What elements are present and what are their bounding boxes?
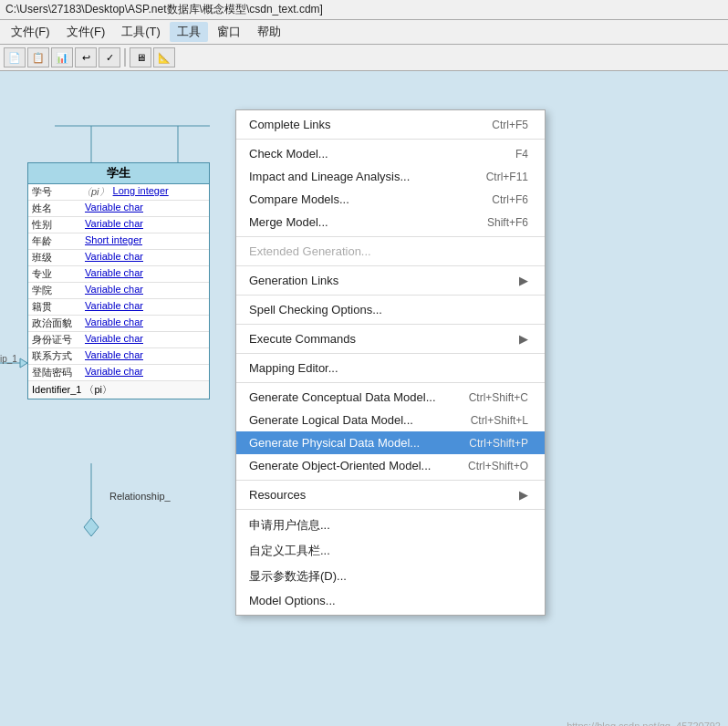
menu-file1[interactable]: 文件(F): [4, 22, 57, 42]
menu-item-label: Resources: [249, 488, 306, 502]
entity-row: 年龄 Short integer: [28, 233, 209, 250]
entity-cell-type: Variable char: [85, 284, 143, 297]
menu-item-apply-user-info[interactable]: 申请用户信息...: [236, 513, 545, 538]
entity-cell-type: Long integer: [113, 185, 169, 199]
title-bar: C:\Users\27183\Desktop\ASP.net数据库\概念模型\c…: [0, 0, 728, 20]
entity-header: 学生: [28, 163, 209, 184]
entity-row: 学院 Variable char: [28, 283, 209, 299]
menu-item-merge-model[interactable]: Merge Model...Shift+F6: [236, 211, 545, 233]
menu-item-label: Check Model...: [249, 147, 328, 161]
menu-bar: 文件(F) 文件(F) 工具(T) 工具 窗口 帮助: [0, 20, 728, 45]
menu-item-shortcut: Ctrl+F5: [492, 119, 528, 131]
workspace: 学生 学号 〈pi〉 Long integer 姓名 Variable char…: [0, 71, 728, 726]
entity-cell-type: Variable char: [85, 349, 143, 363]
menu-item-gen-logical[interactable]: Generate Logical Data Model...Ctrl+Shift…: [236, 409, 545, 431]
entity-row: 学号 〈pi〉 Long integer: [28, 184, 209, 201]
menu-item-shortcut: Ctrl+Shift+L: [471, 414, 528, 427]
menu-separator: [236, 295, 545, 296]
entity-cell-name: 专业: [32, 267, 78, 281]
entity-cell-name: 性别: [32, 218, 78, 232]
menu-item-spell-checking[interactable]: Spell Checking Options...: [236, 298, 545, 321]
toolbar-sep-1: [124, 48, 126, 67]
menu-item-gen-physical[interactable]: Generate Physical Data Model...Ctrl+Shif…: [236, 431, 545, 454]
entity-cell-type: Variable char: [85, 316, 143, 330]
menu-item-extended-generation: Extended Generation...: [236, 240, 545, 263]
menu-item-custom-toolbar[interactable]: 自定义工具栏...: [236, 538, 545, 564]
menu-item-label: 自定义工具栏...: [249, 543, 330, 559]
menu-item-label: Merge Model...: [249, 215, 328, 229]
toolbar-btn-2[interactable]: 📋: [27, 47, 49, 67]
menu-item-resources[interactable]: Resources▶: [236, 483, 545, 506]
toolbar-btn-5[interactable]: ✓: [99, 47, 120, 67]
entity-row: 登陆密码 Variable char: [28, 365, 209, 381]
menu-item-label: Compare Models...: [249, 192, 349, 206]
menu-item-compare-models[interactable]: Compare Models...Ctrl+F6: [236, 188, 545, 211]
entity-cell-type: Variable char: [85, 267, 143, 281]
menu-separator: [236, 382, 545, 383]
menu-item-model-options[interactable]: Model Options...: [236, 589, 545, 612]
menu-item-execute-commands[interactable]: Execute Commands▶: [236, 327, 545, 350]
menu-item-impact-analysis[interactable]: Impact and Lineage Analysis...Ctrl+F11: [236, 165, 545, 188]
toolbar-btn-6[interactable]: 🖥: [130, 47, 151, 67]
entity-cell-name: 姓名: [32, 202, 78, 215]
toolbar-btn-4[interactable]: ↩: [75, 47, 97, 67]
entity-row: 性别 Variable char: [28, 217, 209, 233]
entity-cell-name: 班级: [32, 251, 78, 264]
menu-item-complete-links[interactable]: Complete LinksCtrl+F5: [236, 113, 545, 136]
menu-item-label: Model Options...: [249, 594, 336, 607]
menu-item-shortcut: Ctrl+F11: [486, 171, 528, 183]
menu-item-check-model[interactable]: Check Model...F4: [236, 142, 545, 165]
entity-cell-tag: 〈pi〉: [81, 185, 109, 199]
toolbar-btn-3[interactable]: 📊: [51, 47, 73, 67]
menu-separator: [236, 139, 545, 140]
menu-item-show-params[interactable]: 显示参数选择(D)...: [236, 564, 545, 589]
menu-tools1[interactable]: 工具(T): [114, 22, 168, 42]
menu-help[interactable]: 帮助: [250, 22, 288, 42]
menu-separator: [236, 265, 545, 266]
toolbar-btn-7[interactable]: 📐: [153, 47, 175, 67]
entity-footer: Identifier_1 〈pi〉: [28, 381, 209, 399]
entity-cell-type: Variable char: [85, 366, 143, 379]
entity-cell-name: 联系方式: [32, 349, 78, 363]
menu-item-label: Execute Commands: [249, 332, 356, 346]
menu-item-label: Mapping Editor...: [249, 361, 338, 375]
menu-separator: [236, 236, 545, 237]
submenu-arrow-icon: ▶: [519, 488, 528, 502]
menu-item-shortcut: Shift+F6: [487, 216, 528, 229]
svg-marker-6: [20, 358, 27, 368]
menu-item-label: Generate Physical Data Model...: [249, 436, 420, 450]
menu-item-label: Spell Checking Options...: [249, 303, 382, 316]
entity-cell-type: Short integer: [85, 234, 142, 248]
toolbar-btn-1[interactable]: 📄: [4, 47, 26, 67]
toolbar: 📄 📋 📊 ↩ ✓ 🖥 📐: [0, 45, 728, 71]
entity-cell-type: Variable char: [85, 300, 143, 314]
menu-item-label: Extended Generation...: [249, 244, 371, 258]
entity-cell-name: 年龄: [32, 234, 78, 248]
entity-row: 政治面貌 Variable char: [28, 316, 209, 332]
ip-label: ip_1: [0, 354, 17, 364]
menu-tools2[interactable]: 工具: [170, 22, 208, 42]
menu-file2[interactable]: 文件(F): [59, 22, 113, 42]
menu-item-generation-links[interactable]: Generation Links▶: [236, 269, 545, 292]
entity-row: 联系方式 Variable char: [28, 348, 209, 365]
menu-item-label: Generate Logical Data Model...: [249, 413, 413, 427]
entity-cell-type: Variable char: [85, 218, 143, 232]
menu-item-gen-conceptual[interactable]: Generate Conceptual Data Model...Ctrl+Sh…: [236, 386, 545, 409]
menu-item-gen-object[interactable]: Generate Object-Oriented Model...Ctrl+Sh…: [236, 454, 545, 477]
menu-separator: [236, 353, 545, 354]
menu-item-shortcut: Ctrl+Shift+O: [468, 460, 528, 472]
entity-row: 姓名 Variable char: [28, 201, 209, 217]
menu-separator: [236, 324, 545, 325]
entity-row: 班级 Variable char: [28, 250, 209, 266]
menu-item-shortcut: F4: [515, 148, 528, 161]
menu-window[interactable]: 窗口: [210, 22, 248, 42]
menu-item-label: Complete Links: [249, 118, 331, 131]
entity-row: 专业 Variable char: [28, 266, 209, 283]
entity-cell-type: Variable char: [85, 251, 143, 264]
watermark: https://blog.csdn.net/qq_45720792: [567, 721, 721, 726]
menu-item-label: Generate Object-Oriented Model...: [249, 459, 431, 472]
menu-item-shortcut: Ctrl+F6: [492, 193, 528, 206]
relationship-label: Relationship_: [109, 491, 171, 502]
entity-row: 身份证号 Variable char: [28, 332, 209, 348]
menu-item-mapping-editor[interactable]: Mapping Editor...: [236, 357, 545, 379]
